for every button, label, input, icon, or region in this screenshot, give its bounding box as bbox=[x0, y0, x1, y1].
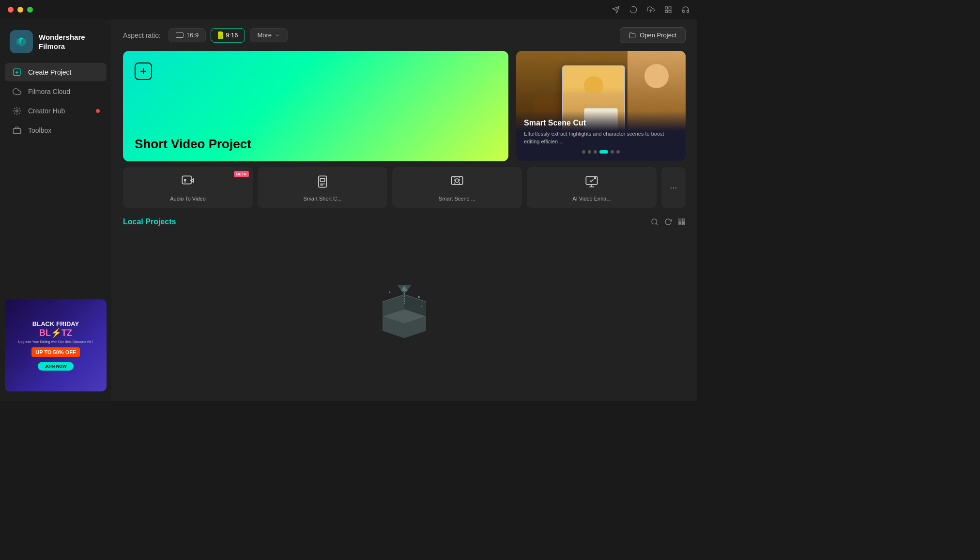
tools-row: BETA Audio To Video bbox=[111, 161, 697, 214]
svg-rect-31 bbox=[679, 224, 681, 225]
aspect-16-9-button[interactable]: 16:9 bbox=[168, 28, 206, 42]
more-tools-button[interactable]: ··· bbox=[661, 167, 686, 208]
sidebar-item-label: Create Project bbox=[28, 68, 71, 76]
app-name: Wondershare Filmora bbox=[39, 32, 85, 51]
tool-audio-to-video[interactable]: BETA Audio To Video bbox=[123, 167, 253, 208]
ad-title-line1: BLACK FRIDAY bbox=[32, 320, 79, 328]
add-icon bbox=[135, 62, 152, 80]
svg-point-25 bbox=[652, 219, 657, 224]
promo-info: Smart Scene Cut Effortlessly extract hig… bbox=[516, 111, 686, 161]
refresh-projects-button[interactable] bbox=[664, 218, 672, 226]
create-project-icon bbox=[12, 68, 22, 77]
local-projects-section: Local Projects bbox=[111, 214, 697, 231]
svg-rect-6 bbox=[665, 10, 668, 13]
svg-rect-15 bbox=[182, 176, 191, 184]
svg-rect-4 bbox=[665, 7, 668, 9]
dot-1[interactable] bbox=[582, 150, 585, 154]
hero-title: Short Video Project bbox=[135, 137, 497, 152]
smart-short-cut-icon bbox=[316, 175, 329, 191]
svg-rect-5 bbox=[669, 7, 671, 9]
toolbox-icon bbox=[12, 126, 22, 135]
smart-scene-cut-label: Smart Scene ... bbox=[439, 195, 475, 202]
sidebar-item-filmora-cloud[interactable]: Filmora Cloud bbox=[5, 82, 107, 101]
ad-subtitle: Upgrade Your Editing with Our Best Disco… bbox=[18, 340, 93, 343]
dot-4[interactable] bbox=[599, 150, 608, 154]
topbar: Aspect ratio: 16:9 9:16 More Open Projec… bbox=[111, 19, 697, 51]
sidebar-item-label: Filmora Cloud bbox=[28, 88, 70, 95]
promo-title: Smart Scene Cut bbox=[524, 119, 678, 127]
beta-badge: BETA bbox=[234, 171, 249, 177]
creator-hub-icon bbox=[12, 107, 22, 115]
notification-badge bbox=[96, 109, 100, 113]
tool-ai-video-enhance[interactable]: AI Video Enha... bbox=[527, 167, 657, 208]
monitor-icon bbox=[176, 32, 184, 38]
headphone-icon[interactable] bbox=[682, 6, 689, 14]
ai-video-enhance-icon bbox=[585, 175, 598, 191]
svg-rect-30 bbox=[682, 221, 685, 223]
minimize-button[interactable] bbox=[17, 7, 23, 13]
sidebar-item-toolbox[interactable]: Toolbox bbox=[5, 121, 107, 140]
svg-point-33 bbox=[418, 296, 420, 298]
dot-5[interactable] bbox=[611, 150, 614, 154]
svg-rect-28 bbox=[682, 219, 685, 220]
svg-rect-29 bbox=[679, 221, 681, 223]
loading-icon bbox=[629, 6, 637, 14]
dot-3[interactable] bbox=[594, 150, 597, 154]
svg-rect-27 bbox=[679, 219, 681, 220]
cloud-icon bbox=[12, 87, 22, 96]
maximize-button[interactable] bbox=[27, 7, 33, 13]
ad-cta-button[interactable]: JOIN NOW bbox=[38, 362, 74, 371]
svg-rect-12 bbox=[14, 128, 21, 134]
ad-discount: UP TO 50% OFF bbox=[31, 347, 79, 357]
dot-2[interactable] bbox=[588, 150, 591, 154]
sidebar-item-label: Toolbox bbox=[28, 126, 51, 134]
svg-rect-21 bbox=[451, 177, 462, 185]
window-controls bbox=[8, 7, 33, 13]
ad-banner[interactable]: BLACK FRIDAY BL⚡TZ Upgrade Your Editing … bbox=[5, 299, 107, 391]
svg-point-34 bbox=[389, 292, 391, 293]
svg-point-2 bbox=[630, 6, 636, 13]
short-video-project-card[interactable]: Short Video Project bbox=[123, 51, 508, 161]
aspect-9-16-button[interactable]: 9:16 bbox=[211, 28, 245, 43]
upload-icon[interactable] bbox=[647, 6, 655, 14]
sidebar-item-creator-hub[interactable]: Creator Hub bbox=[5, 102, 107, 120]
hero-area: Short Video Project bbox=[111, 51, 697, 161]
empty-state-illustration bbox=[373, 280, 436, 352]
sidebar-item-label: Creator Hub bbox=[28, 107, 65, 115]
ad-title-line2: BL⚡TZ bbox=[39, 327, 72, 338]
svg-rect-18 bbox=[320, 178, 324, 182]
svg-rect-32 bbox=[682, 224, 685, 225]
svg-point-11 bbox=[16, 110, 18, 112]
open-project-button[interactable]: Open Project bbox=[620, 27, 686, 43]
sidebar-item-create-project[interactable]: Create Project bbox=[5, 63, 107, 81]
svg-point-22 bbox=[456, 179, 459, 182]
close-button[interactable] bbox=[8, 7, 14, 13]
view-toggle-button[interactable] bbox=[678, 218, 686, 226]
svg-point-24 bbox=[594, 177, 597, 180]
sidebar: Wondershare Filmora Create Project bbox=[0, 19, 111, 401]
main-content: Aspect ratio: 16:9 9:16 More Open Projec… bbox=[111, 19, 697, 401]
mobile-icon bbox=[218, 31, 223, 39]
more-button[interactable]: More bbox=[250, 28, 288, 42]
tool-smart-short-cut[interactable]: Smart Short C... bbox=[258, 167, 387, 208]
svg-line-26 bbox=[656, 223, 658, 225]
svg-point-35 bbox=[421, 306, 422, 307]
titlebar-actions bbox=[612, 6, 689, 14]
project-actions bbox=[651, 218, 686, 226]
promo-description: Effortlessly extract highlights and char… bbox=[524, 130, 678, 145]
titlebar bbox=[0, 0, 697, 19]
tool-smart-scene-cut[interactable]: Smart Scene ... bbox=[392, 167, 522, 208]
grid-icon[interactable] bbox=[664, 6, 672, 14]
local-projects-title: Local Projects bbox=[123, 218, 176, 226]
audio-to-video-label: Audio To Video bbox=[170, 195, 206, 202]
promo-card[interactable]: Smart Scene Cut Effortlessly extract hig… bbox=[516, 51, 686, 161]
dot-6[interactable] bbox=[616, 150, 620, 154]
send-icon[interactable] bbox=[612, 6, 620, 14]
audio-to-video-icon bbox=[181, 175, 195, 191]
promo-carousel-dots bbox=[524, 150, 678, 154]
search-projects-button[interactable] bbox=[651, 218, 658, 226]
ai-video-enhance-label: AI Video Enha... bbox=[572, 195, 611, 202]
smart-short-cut-label: Smart Short C... bbox=[304, 195, 342, 202]
logo-icon bbox=[10, 30, 33, 53]
aspect-ratio-label: Aspect ratio: bbox=[123, 31, 161, 39]
